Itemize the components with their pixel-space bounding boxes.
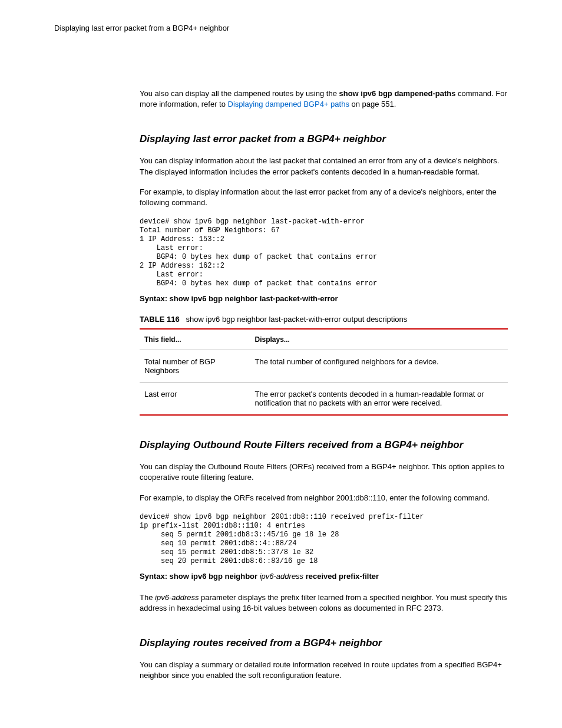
cli-output: device# show ipv6 bgp neighbor last-pack… — [140, 218, 508, 288]
table-caption: TABLE 116 show ipv6 bgp neighbor last-pa… — [140, 315, 508, 324]
output-description-table: This field... Displays... Total number o… — [140, 328, 508, 416]
table-cell-field: Last error — [140, 383, 250, 416]
body-paragraph: For example, to display the ORFs receive… — [140, 493, 508, 503]
body-paragraph: You can display information about the la… — [140, 156, 508, 177]
body-paragraph: For example, to display information abou… — [140, 187, 508, 208]
syntax-text: received prefix-filter — [306, 572, 379, 581]
table-row: Last error The error packet's contents d… — [140, 383, 508, 416]
table-header-displays: Displays... — [250, 329, 508, 350]
cross-reference-link[interactable]: Displaying dampened BGP4+ paths — [228, 100, 349, 108]
table-title: show ipv6 bgp neighbor last-packet-with-… — [186, 315, 408, 324]
table-header-field: This field... — [140, 329, 250, 350]
body-paragraph: You can display the Outbound Route Filte… — [140, 462, 508, 483]
syntax-line: Syntax: show ipv6 bgp neighbor ipv6-addr… — [140, 572, 508, 581]
text: on page 551. — [349, 100, 396, 108]
syntax-parameter: ipv6-address — [257, 572, 306, 581]
text: The — [140, 593, 155, 602]
syntax-line: Syntax: show ipv6 bgp neighbor last-pack… — [140, 294, 508, 303]
parameter-name: ipv6-address — [155, 593, 199, 602]
body-paragraph: The ipv6-address parameter displays the … — [140, 592, 508, 614]
syntax-text: Syntax: show ipv6 bgp neighbor — [140, 572, 257, 581]
table-cell-field: Total number of BGP Neighbors — [140, 350, 250, 383]
command-name: show ipv6 bgp dampened-paths — [339, 89, 455, 98]
table-number: TABLE 116 — [140, 315, 180, 324]
section-heading-orf: Displaying Outbound Route Filters receiv… — [140, 439, 508, 451]
table-row: Total number of BGP Neighbors The total … — [140, 350, 508, 383]
text: You also can display all the dampened ro… — [140, 89, 339, 98]
section-heading-last-error: Displaying last error packet from a BGP4… — [140, 133, 508, 145]
intro-paragraph: You also can display all the dampened ro… — [140, 88, 508, 110]
table-cell-displays: The error packet's contents decoded in a… — [250, 383, 508, 416]
syntax-text: Syntax: show ipv6 bgp neighbor last-pack… — [140, 294, 338, 303]
body-paragraph: You can display a summary or detailed ro… — [140, 660, 508, 681]
running-header: Displaying last error packet from a BGP4… — [54, 24, 508, 32]
section-heading-routes-received: Displaying routes received from a BGP4+ … — [140, 637, 508, 649]
table-cell-displays: The total number of configured neighbors… — [250, 350, 508, 383]
cli-output: device# show ipv6 bgp neighbor 2001:db8:… — [140, 513, 508, 566]
